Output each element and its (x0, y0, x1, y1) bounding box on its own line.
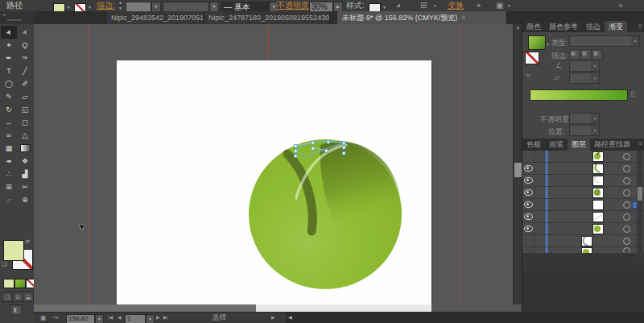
angle-field[interactable]: ▼ (569, 60, 600, 72)
lasso-tool[interactable]: Ϙ (17, 39, 33, 52)
screen-mode-button[interactable]: ◧ (10, 304, 23, 316)
layer-thumbnail[interactable] (592, 151, 604, 162)
hand-tool[interactable]: ☞ (1, 193, 17, 206)
rotate-tool[interactable]: ↻ (1, 103, 17, 116)
layer-row[interactable] (522, 235, 644, 247)
visibility-toggle[interactable] (522, 235, 535, 246)
panel-menu-icon[interactable]: ≡ (638, 21, 642, 32)
visibility-toggle[interactable] (522, 247, 535, 253)
visibility-toggle[interactable] (522, 187, 535, 198)
target-circle[interactable] (623, 165, 630, 172)
mesh-tool[interactable]: ▦ (1, 142, 17, 155)
zoom-tool[interactable]: ⊕ (17, 193, 33, 206)
curvature-tool[interactable]: ✑ (17, 52, 33, 64)
artboard-tool[interactable]: ⊞ (1, 180, 17, 193)
lock-cell[interactable] (535, 175, 545, 186)
symbol-sprayer-tool[interactable]: ∴ (1, 168, 17, 180)
eyedropper-tool[interactable]: ✒ (1, 155, 17, 168)
layer-row[interactable] (522, 187, 644, 199)
visibility-toggle[interactable] (522, 163, 535, 174)
stop-opacity-field[interactable]: ▼ (569, 113, 600, 124)
lock-cell[interactable] (535, 199, 545, 210)
target-circle[interactable] (623, 177, 630, 184)
transform-link[interactable]: 变换 (448, 0, 464, 11)
gradient-tool[interactable] (17, 142, 33, 155)
tab-pathfinder[interactable]: 路径查找器 (590, 139, 634, 151)
gradient-fill-swatch[interactable] (528, 35, 546, 50)
document-tab-active[interactable]: 未标题-9* @ 156.82% (CMYK/预览)× (337, 11, 507, 24)
layer-thumbnail[interactable] (580, 236, 592, 246)
canvas[interactable]: ➤ ▲ (34, 24, 522, 323)
select-similar-dropdown-icon[interactable]: ▼ (507, 0, 511, 11)
next-artboard-button[interactable]: ▶ (156, 313, 160, 323)
scroll-left-icon[interactable]: ◀ (288, 313, 292, 323)
stroke-link[interactable]: 描边: (97, 0, 115, 11)
vertical-scrollbar[interactable]: ▲ (513, 24, 522, 304)
stroke-weight-dropdown[interactable]: ▼ (151, 2, 161, 12)
lock-cell[interactable] (535, 247, 545, 253)
visibility-toggle[interactable] (522, 175, 535, 186)
apple-artwork[interactable] (246, 133, 407, 294)
layer-row[interactable] (522, 211, 644, 223)
default-fill-stroke-icon[interactable]: ❏ (2, 261, 6, 267)
layer-thumbnail[interactable] (592, 224, 604, 234)
toolbar-collapse-icon[interactable]: « (2, 12, 6, 18)
gradient-stroke-proxy[interactable] (525, 52, 539, 64)
vertical-scroll-thumb[interactable] (514, 163, 522, 177)
width-tool[interactable]: ↔ (1, 116, 17, 129)
lock-cell[interactable] (535, 211, 545, 222)
gradient-swatch-dropdown-icon[interactable]: ▼ (546, 42, 550, 47)
scroll-up-icon[interactable]: ▲ (514, 25, 522, 30)
selection-tool[interactable]: ➤ (1, 26, 17, 39)
layer-row[interactable] (522, 151, 644, 163)
color-button[interactable] (3, 279, 14, 288)
opacity-dropdown-icon[interactable]: ▶ (333, 2, 343, 12)
aspect-ratio-field[interactable]: ▼ (569, 72, 600, 84)
visibility-toggle[interactable] (522, 223, 535, 234)
document-tab[interactable]: Nipic_24787180_20190508195524308085.ai* … (204, 11, 330, 24)
tab-close-icon[interactable]: × (461, 14, 465, 22)
perspective-grid-tool[interactable]: △ (17, 129, 33, 142)
align-dropdown-icon[interactable]: ▼ (433, 0, 437, 11)
lock-cell[interactable] (535, 163, 545, 174)
tab-swatches[interactable]: 色板 (522, 139, 545, 151)
style-dropdown-icon[interactable]: ▼ (381, 4, 388, 11)
prev-artboard-button[interactable]: ◀ (118, 313, 122, 323)
stroke-gradient-within-button[interactable] (569, 49, 580, 60)
status-scroll-track[interactable] (286, 313, 644, 323)
zoom-field[interactable]: 156.82 (66, 314, 95, 323)
lock-cell[interactable] (535, 187, 545, 198)
toolbar-grip[interactable] (7, 19, 22, 21)
delete-stop-icon[interactable]: ▯ (630, 89, 634, 97)
gradient-slider[interactable] (530, 89, 628, 101)
stroke-weight-field[interactable] (126, 2, 151, 12)
layer-row[interactable] (522, 223, 644, 235)
tab-color-guide[interactable]: 颜色参考 (545, 21, 582, 32)
gradient-button[interactable] (14, 279, 26, 288)
lock-cell[interactable] (535, 235, 545, 246)
align-icon[interactable]: ⊞ (420, 0, 427, 11)
tab-brushes[interactable]: 画笔 (545, 139, 568, 151)
direct-selection-tool[interactable]: ➤ (17, 26, 33, 39)
gradient-type-dropdown[interactable]: ▼ (569, 35, 640, 47)
layer-thumbnail[interactable] (592, 176, 604, 186)
layer-thumbnail[interactable] (592, 164, 604, 174)
line-segment-tool[interactable]: ╱ (17, 64, 33, 77)
layers-scrollbar[interactable] (637, 151, 643, 258)
status-icon-2[interactable]: ↪ (53, 313, 59, 323)
layer-row[interactable] (522, 199, 644, 211)
type-tool[interactable]: T (1, 64, 17, 77)
scale-tool[interactable]: ◱ (17, 103, 33, 116)
fill-proxy[interactable] (3, 240, 24, 261)
guide-vertical[interactable] (89, 24, 89, 304)
visibility-toggle[interactable] (522, 199, 535, 210)
visibility-toggle[interactable] (522, 151, 535, 162)
tab-color[interactable]: 颜色 (522, 21, 545, 32)
layer-row[interactable] (522, 163, 644, 175)
panel-menu-icon[interactable]: ≡ (638, 139, 642, 150)
artboard-field[interactable]: 1 (125, 314, 146, 323)
ellipse-tool[interactable]: ◯ (1, 77, 17, 90)
visibility-toggle[interactable] (522, 211, 535, 222)
brush-definition-dropdown[interactable] (163, 2, 209, 12)
zoom-dropdown-icon[interactable]: ▼ (95, 314, 104, 323)
